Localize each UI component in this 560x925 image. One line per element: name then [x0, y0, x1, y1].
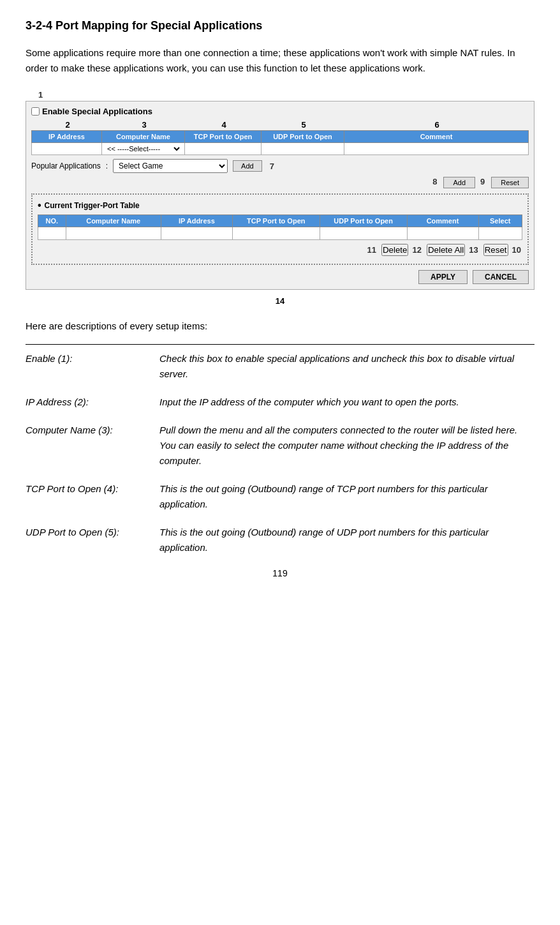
desc-def-2: Input the IP address of the computer whi… — [159, 395, 534, 410]
desc-term-4: TCP Port to Open (4): — [26, 481, 153, 512]
popular-apps-row: Popular Applications : Select Game Add 7 — [31, 159, 529, 173]
enable-checkbox-group[interactable]: Enable Special Applications — [31, 107, 152, 116]
desc-term-5: UDP Port to Open (5): — [26, 525, 153, 555]
col-tcp: TCP Port to Open — [185, 131, 262, 143]
descriptions-intro: Here are descriptions of every setup ite… — [26, 319, 534, 334]
trigger-col-udp: UDP Port to Open — [320, 215, 407, 227]
annotation-1: 1 — [38, 90, 43, 100]
annotation-13: 13 — [469, 245, 478, 255]
special-applications-box: Enable Special Applications 2 3 4 5 6 IP… — [26, 101, 534, 290]
apply-button[interactable]: APPLY — [418, 270, 468, 284]
desc-row-4: TCP Port to Open (4): This is the out go… — [26, 481, 534, 512]
ip-input[interactable]: 0.0.0.0 — [34, 145, 99, 153]
trigger-cell-comment — [407, 227, 478, 240]
col-computer: Computer Name — [102, 131, 185, 143]
intro-text: Some applications require more than one … — [26, 45, 534, 76]
desc-row-1: Enable (1): Check this box to enable spe… — [26, 351, 534, 382]
desc-row-2: IP Address (2): Input the IP address of … — [26, 395, 534, 410]
annotation-2: 2 — [33, 120, 103, 130]
udp-cell[interactable] — [262, 143, 344, 155]
comment-input[interactable] — [347, 145, 526, 153]
trigger-table: NO. Computer Name IP Address TCP Port to… — [38, 214, 522, 240]
popular-apps-colon: : — [106, 162, 108, 170]
trigger-cell-computer — [66, 227, 161, 240]
annotation-8: 8 — [432, 177, 437, 188]
trigger-col-no: NO. — [38, 215, 66, 227]
delete-button[interactable]: Delete — [381, 244, 409, 256]
enable-label: Enable Special Applications — [42, 107, 152, 116]
desc-def-5: This is the out going (Outbound) range o… — [159, 525, 534, 555]
col-udp: UDP Port to Open — [262, 131, 344, 143]
form-table: IP Address Computer Name TCP Port to Ope… — [31, 130, 529, 155]
trigger-col-ip: IP Address — [161, 215, 232, 227]
enable-checkbox[interactable] — [31, 107, 40, 116]
udp-input[interactable] — [264, 145, 341, 153]
tcp-cell[interactable] — [185, 143, 262, 155]
desc-def-4: This is the out going (Outbound) range o… — [159, 481, 534, 512]
annotation-10: 10 — [512, 245, 521, 255]
annotation-9: 9 — [480, 177, 485, 188]
trigger-cell-no — [38, 227, 66, 240]
descriptions-section: Here are descriptions of every setup ite… — [26, 319, 534, 555]
trigger-table-title: Current Trigger-Port Table — [38, 200, 522, 211]
annotation-4: 4 — [186, 120, 262, 130]
col-comment: Comment — [344, 131, 529, 143]
page-title: 3-2-4 Port Mapping for Special Applicati… — [26, 19, 534, 33]
desc-term-2: IP Address (2): — [26, 395, 153, 410]
reset-trigger-button[interactable]: Reset — [483, 244, 508, 256]
popular-add-button[interactable]: Add — [233, 160, 262, 172]
reset-button[interactable]: Reset — [491, 177, 529, 188]
trigger-col-tcp: TCP Port to Open — [232, 215, 320, 227]
desc-def-1: Check this box to enable special applica… — [159, 351, 534, 382]
tcp-input[interactable] — [188, 145, 258, 153]
trigger-table-title-text: Current Trigger-Port Table — [45, 201, 140, 210]
trigger-cell-ip — [161, 227, 232, 240]
desc-row-5: UDP Port to Open (5): This is the out go… — [26, 525, 534, 555]
annotation-12: 12 — [412, 245, 421, 255]
cancel-button[interactable]: CANCEL — [473, 270, 529, 284]
annotation-5: 5 — [262, 120, 345, 130]
add-button[interactable]: Add — [443, 177, 475, 188]
computer-select[interactable]: << -----Select----- — [105, 144, 182, 153]
comment-cell[interactable] — [344, 143, 529, 155]
popular-apps-label: Popular Applications — [31, 162, 101, 170]
annotation-3: 3 — [103, 120, 186, 130]
delete-all-button[interactable]: Delete All — [427, 244, 465, 256]
trigger-cell-tcp — [232, 227, 320, 240]
trigger-col-select: Select — [478, 215, 522, 227]
annotation-11: 11 — [367, 245, 376, 255]
ip-cell[interactable]: 0.0.0.0 — [32, 143, 102, 155]
add-reset-row: 8 Add 9 Reset — [31, 177, 529, 188]
computer-cell[interactable]: << -----Select----- — [102, 143, 185, 155]
desc-def-3: Pull down the menu and all the computers… — [159, 423, 534, 469]
section-divider — [26, 344, 534, 345]
page-number: 119 — [26, 568, 534, 578]
trigger-cell-select — [478, 227, 522, 240]
enable-row: Enable Special Applications — [31, 107, 529, 116]
col-ip: IP Address — [32, 131, 102, 143]
form-table-row: 0.0.0.0 << -----Select----- — [32, 143, 529, 155]
desc-row-3: Computer Name (3): Pull down the menu an… — [26, 423, 534, 469]
annotation-6: 6 — [345, 120, 529, 130]
desc-term-3: Computer Name (3): — [26, 423, 153, 469]
trigger-col-comment: Comment — [407, 215, 478, 227]
desc-term-1: Enable (1): — [26, 351, 153, 382]
popular-apps-select[interactable]: Select Game — [113, 159, 228, 173]
trigger-col-computer: Computer Name — [66, 215, 161, 227]
annotation-7: 7 — [270, 162, 274, 171]
trigger-cell-udp — [320, 227, 407, 240]
annotation-14: 14 — [276, 296, 284, 306]
trigger-empty-row — [38, 227, 522, 240]
trigger-port-box: Current Trigger-Port Table NO. Computer … — [31, 193, 529, 265]
